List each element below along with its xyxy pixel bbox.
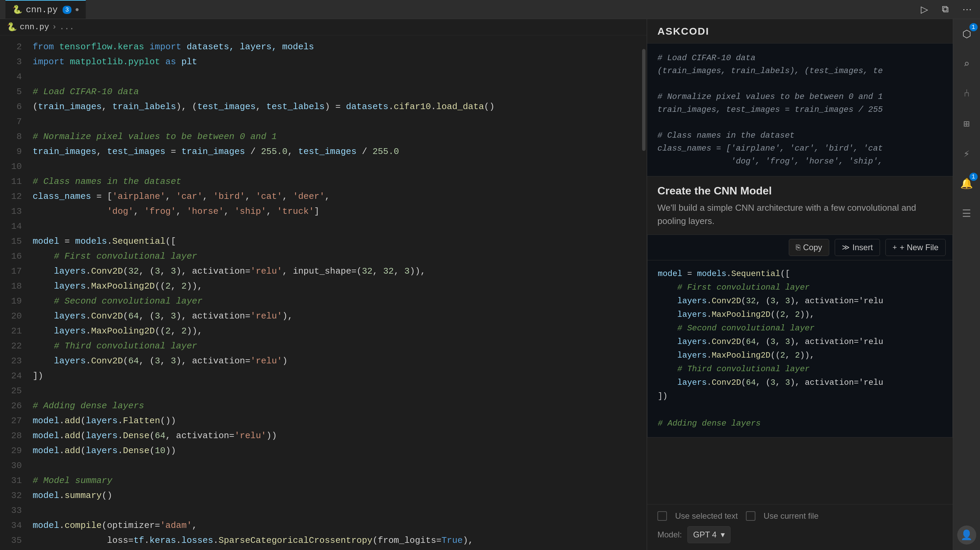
line-number: 2 <box>5 40 22 54</box>
search-icon[interactable]: ⌕ <box>957 54 976 73</box>
model-selector: Model: GPT 4 ▾ <box>657 526 943 543</box>
code-line: class_names = ['airplane', 'car', 'bird'… <box>33 189 636 204</box>
askcodi-icon-badge: 1 <box>969 23 978 31</box>
notification-icon[interactable]: 🔔1 <box>957 174 976 193</box>
line-number: 35 <box>5 533 22 548</box>
preview-line: # Class names in the dataset <box>657 129 943 142</box>
scrollbar-thumb[interactable] <box>642 49 646 151</box>
askcodi-footer: Use selected text Use current file Model… <box>647 504 953 550</box>
insert-button[interactable]: ≫ Insert <box>835 239 880 256</box>
code-block-line: layers.MaxPooling2D((2, 2)), <box>658 308 942 322</box>
code-line: train_images, test_images = train_images… <box>33 144 636 159</box>
code-block-line: layers.Conv2D(64, (3, 3), activation='re… <box>658 335 942 349</box>
title-bar-actions: ▷ ⧉ ⋯ <box>918 2 975 16</box>
python-breadcrumb-icon: 🐍 <box>7 22 17 32</box>
code-block-container: ⎘ Copy ≫ Insert + + New File model = mod… <box>647 235 953 437</box>
line-number: 19 <box>5 294 22 309</box>
section-title: Create the CNN Model <box>647 176 953 201</box>
footer-toggles: Use selected text Use current file <box>657 511 943 521</box>
table-icon[interactable]: ☰ <box>957 204 976 223</box>
line-number: 7 <box>5 114 22 129</box>
line-number: 8 <box>5 129 22 144</box>
right-section: ASKCODI # Load CIFAR-10 data(train_image… <box>646 19 980 550</box>
main-layout: 🐍 cnn.py › ... 2345678910111213141516171… <box>0 19 980 550</box>
code-line <box>33 69 636 84</box>
avatar[interactable]: 👤 <box>957 526 976 545</box>
code-line: layers.MaxPooling2D((2, 2)), <box>33 323 636 339</box>
code-line: from tensorflow.keras import datasets, l… <box>33 40 636 54</box>
new-file-label: + New File <box>900 243 939 252</box>
code-content[interactable]: from tensorflow.keras import datasets, l… <box>27 35 641 550</box>
use-current-file-checkbox[interactable] <box>746 511 756 521</box>
python-file-icon: 🐍 <box>12 5 22 14</box>
use-current-file-label: Use current file <box>764 511 818 521</box>
breadcrumb-separator: › <box>52 22 56 32</box>
code-line <box>33 458 636 473</box>
lightning-icon[interactable]: ⚡ <box>957 144 976 163</box>
code-block-line: # First convolutional layer <box>658 281 942 294</box>
code-line: # Model summary <box>33 473 636 488</box>
line-number: 3 <box>5 54 22 69</box>
new-file-button[interactable]: + + New File <box>885 239 946 256</box>
title-bar: 🐍 cnn.py 3 ● ▷ ⧉ ⋯ <box>0 0 980 19</box>
code-block-toolbar: ⎘ Copy ≫ Insert + + New File <box>648 235 953 260</box>
preview-line <box>657 78 943 90</box>
notification-icon-badge: 1 <box>969 173 978 181</box>
askcodi-header: ASKCODI <box>647 19 953 43</box>
code-line: layers.Conv2D(64, (3, 3), activation='re… <box>33 353 636 368</box>
code-line: # Third convolutional layer <box>33 339 636 353</box>
line-number: 21 <box>5 323 22 339</box>
code-line <box>33 384 636 398</box>
run-button[interactable]: ▷ <box>918 2 931 16</box>
preview-line: class_names = ['airplane', 'car', 'bird'… <box>657 142 943 155</box>
code-line: layers.MaxPooling2D((2, 2)), <box>33 279 636 294</box>
line-number: 33 <box>5 503 22 518</box>
code-block-line: # Adding dense layers <box>658 417 942 430</box>
askcodi-icon[interactable]: ⬡1 <box>957 24 976 43</box>
activity-bar: ⬡1⌕⑃⊞⚡🔔1☰👤 <box>953 19 980 550</box>
source-control-icon[interactable]: ⑃ <box>957 84 976 103</box>
use-selected-text-label: Use selected text <box>675 511 738 521</box>
model-dropdown[interactable]: GPT 4 ▾ <box>687 526 730 543</box>
code-line <box>33 159 636 174</box>
breadcrumb-context: ... <box>60 22 74 32</box>
scrollbar-track[interactable] <box>641 35 646 550</box>
copy-label: Copy <box>803 243 822 252</box>
preview-line: 'dog', 'frog', 'horse', 'ship', <box>657 155 943 168</box>
line-number: 16 <box>5 249 22 264</box>
insert-label: Insert <box>853 243 873 252</box>
code-block-line: ]) <box>658 390 942 403</box>
preview-line: (train_images, train_labels), (test_imag… <box>657 65 943 78</box>
extensions-icon[interactable]: ⊞ <box>957 114 976 133</box>
line-number: 25 <box>5 384 22 398</box>
code-line: loss=tf.keras.losses.SparseCategoricalCr… <box>33 533 636 548</box>
code-line: metrics=['accuracy']) <box>33 548 636 550</box>
breadcrumb-file[interactable]: cnn.py <box>20 22 49 32</box>
code-line: model.add(layers.Flatten()) <box>33 413 636 428</box>
code-line: 'dog', 'frog', 'horse', 'ship', 'truck'] <box>33 204 636 219</box>
insert-icon: ≫ <box>842 243 850 252</box>
new-file-icon: + <box>892 243 897 252</box>
tab-modified-dot: ● <box>75 6 79 14</box>
code-editor[interactable]: 2345678910111213141516171819202122232425… <box>0 35 646 550</box>
preview-line: train_images, test_images = train_images… <box>657 103 943 116</box>
split-editor-button[interactable]: ⧉ <box>939 2 951 16</box>
copy-button[interactable]: ⎘ Copy <box>789 239 829 256</box>
code-line: # Class names in the dataset <box>33 174 636 189</box>
more-actions-button[interactable]: ⋯ <box>959 2 975 16</box>
section-description-text: We'll build a simple CNN architecture wi… <box>657 203 916 226</box>
code-line: model.add(layers.Dense(10)) <box>33 443 636 458</box>
copy-icon: ⎘ <box>796 243 800 252</box>
code-line: import matplotlib.pyplot as plt <box>33 54 636 69</box>
line-number: 23 <box>5 353 22 368</box>
breadcrumb: 🐍 cnn.py › ... <box>0 19 646 35</box>
askcodi-panel: ASKCODI # Load CIFAR-10 data(train_image… <box>646 19 953 550</box>
line-number: 32 <box>5 488 22 503</box>
preview-line <box>657 116 943 129</box>
askcodi-content[interactable]: # Load CIFAR-10 data(train_images, train… <box>647 43 953 504</box>
use-selected-text-checkbox[interactable] <box>657 511 667 521</box>
code-line: # Normalize pixel values to be between 0… <box>33 129 636 144</box>
line-number: 22 <box>5 339 22 353</box>
tab-filename: cnn.py <box>26 5 58 15</box>
editor-tab[interactable]: 🐍 cnn.py 3 ● <box>5 0 86 19</box>
